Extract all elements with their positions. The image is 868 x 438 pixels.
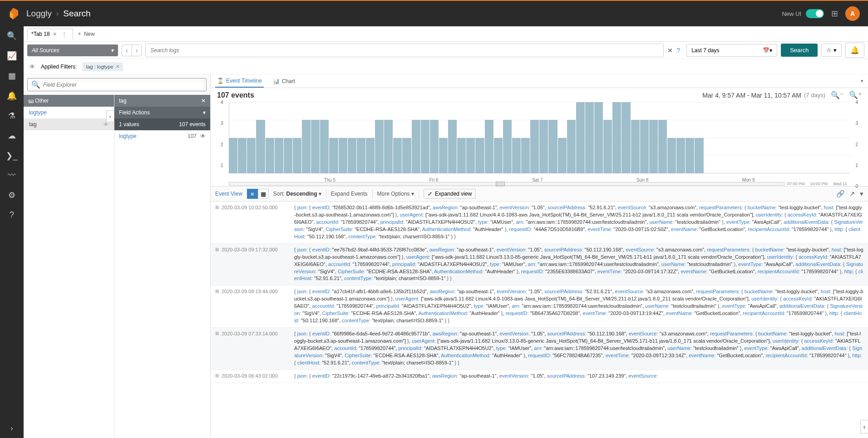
grid-icon[interactable]: ▦ <box>8 71 16 81</box>
remove-filter-icon[interactable]: ✕ <box>116 64 119 69</box>
chart-bar[interactable] <box>667 138 676 174</box>
event-row[interactable]: ⊞2020-03-09 08:19:44.000{ json: { eventI… <box>211 285 868 328</box>
chart-bar[interactable] <box>275 138 283 174</box>
chart-bar[interactable] <box>631 120 640 173</box>
avatar[interactable]: A <box>845 6 860 21</box>
chart-bar[interactable] <box>567 120 576 173</box>
chart-bar[interactable] <box>247 138 256 174</box>
terminal-icon[interactable]: ❯_ <box>6 151 17 161</box>
chart-bar[interactable] <box>320 120 329 173</box>
search-input[interactable] <box>145 44 664 57</box>
field-logtype[interactable]: logtype <box>24 107 114 118</box>
expand-event-icon[interactable]: ⊞ <box>215 204 219 241</box>
chart-bar[interactable] <box>348 138 356 174</box>
source-dropdown[interactable]: All Sources ▾ <box>27 44 118 56</box>
close-icon[interactable]: ✕ <box>53 31 57 37</box>
collapse-left-panel-icon[interactable]: ‹ <box>860 420 868 433</box>
eye-icon[interactable]: 👁 <box>29 63 35 70</box>
search-icon[interactable]: 🔍 <box>7 31 17 41</box>
tab-chart[interactable]: 📊 Chart <box>271 75 297 87</box>
chart-bar[interactable] <box>256 120 265 173</box>
eye-icon[interactable]: 👁 <box>104 122 108 127</box>
alerts-bell-icon[interactable]: 🔔 <box>845 43 864 58</box>
chart-bar[interactable] <box>640 120 649 173</box>
chart-bar[interactable] <box>229 138 237 174</box>
chart-bar[interactable] <box>293 138 301 174</box>
chart-bar[interactable] <box>457 138 466 174</box>
export-icon[interactable]: ↗ <box>849 190 855 198</box>
zoom-out-icon[interactable]: 🔍⁻ <box>831 91 843 99</box>
chart-bar[interactable] <box>302 120 311 173</box>
chart-bar[interactable] <box>594 102 603 173</box>
close-icon[interactable]: ✕ <box>201 98 206 104</box>
sort-dropdown[interactable]: Sort: Descending ▾ <box>273 191 321 197</box>
time-range-picker[interactable]: Last 7 days 📅▾ <box>686 44 777 57</box>
link-icon[interactable]: 🔗 <box>836 190 845 198</box>
alerts-config-icon[interactable]: ⚗ <box>8 111 15 121</box>
expand-event-icon[interactable]: ⊞ <box>215 373 219 380</box>
chart-bar[interactable] <box>238 138 247 174</box>
more-options-dropdown[interactable]: More Options ▾ <box>377 191 414 197</box>
chart-bar[interactable] <box>576 102 585 173</box>
field-explorer-search[interactable]: 🔍 <box>27 78 207 91</box>
chart-bar[interactable] <box>686 138 694 174</box>
settings-icon[interactable]: ⚙ <box>8 190 15 200</box>
chart-bar[interactable] <box>585 102 594 173</box>
tab-18[interactable]: *Tab 18 ✕ ⋮ <box>27 29 73 39</box>
caret-down-icon[interactable]: ▾ <box>860 190 863 198</box>
chart-bar[interactable] <box>366 138 375 174</box>
category-header-other[interactable]: 🖴 Other <box>24 95 114 107</box>
field-tag[interactable]: tag 👁 <box>24 118 114 130</box>
chart-bar[interactable] <box>339 138 347 174</box>
alerts-icon[interactable]: 🔔 <box>7 91 17 101</box>
chart-bar[interactable] <box>384 120 393 173</box>
collapse-panel-icon[interactable]: ‹ <box>106 110 114 122</box>
chart-bar[interactable] <box>402 138 411 174</box>
chart-bar[interactable] <box>311 120 320 173</box>
cloud-icon[interactable]: ☁ <box>8 131 16 141</box>
chart-bar[interactable] <box>612 102 621 173</box>
chart-bar[interactable] <box>558 138 567 174</box>
help-icon[interactable]: ? <box>10 210 14 220</box>
chart-bar[interactable] <box>539 120 548 173</box>
expand-events-button[interactable]: Expand Events <box>331 191 368 197</box>
metrics-icon[interactable]: 〰 <box>8 171 16 180</box>
new-tab-button[interactable]: ＋ New <box>77 30 95 38</box>
expand-event-icon[interactable]: ⊞ <box>215 246 219 283</box>
chart-bar[interactable] <box>284 138 292 174</box>
chart-bar[interactable] <box>421 120 429 173</box>
chart-bar[interactable] <box>512 138 521 174</box>
tab-event-timeline[interactable]: ⌛ Event Timeline <box>215 75 264 88</box>
chart-bar[interactable] <box>329 138 338 174</box>
chart-bar[interactable] <box>466 138 475 174</box>
events-list[interactable]: ⊞2020-03-09 10:02:50.000{ json: { eventI… <box>211 202 868 438</box>
expand-event-icon[interactable]: ⊞ <box>215 288 219 325</box>
chart-bar[interactable] <box>485 120 493 173</box>
favorites-dropdown[interactable]: ☆ ▾ <box>821 44 842 57</box>
brand[interactable]: Loggly <box>26 9 52 19</box>
eye-icon[interactable]: 👁 <box>200 133 206 139</box>
expanded-view-button[interactable]: ⤢ Expanded view <box>424 189 476 199</box>
chart-bar[interactable] <box>357 138 365 174</box>
field-value-row[interactable]: logtype 107 👁 <box>114 130 210 142</box>
chart-bar[interactable] <box>494 138 503 174</box>
chart-bar[interactable] <box>266 138 274 174</box>
chart-bar[interactable] <box>393 138 402 174</box>
chart-bar[interactable] <box>621 102 630 173</box>
chart-bar[interactable] <box>695 138 703 174</box>
grid-view-toggle[interactable]: ▦ <box>258 189 269 199</box>
filter-chip-tag-logtype[interactable]: tag : logtype ✕ <box>82 62 123 71</box>
chart-bar[interactable] <box>439 138 448 174</box>
dashboards-icon[interactable]: 📈 <box>7 51 17 61</box>
event-row[interactable]: ⊞2020-03-09 07:33:14.000{ json: { eventI… <box>211 328 868 370</box>
event-row[interactable]: ⊞2020-03-09 09:17:32.000{ json: { eventI… <box>211 244 868 286</box>
history-back-icon[interactable]: ‹ <box>122 45 132 56</box>
zoom-in-icon[interactable]: 🔍⁺ <box>849 91 862 99</box>
chart-bar[interactable] <box>448 120 457 173</box>
chart-bar[interactable] <box>548 120 557 173</box>
chart-bar[interactable] <box>521 138 530 174</box>
clear-search-icon[interactable]: ✕ <box>667 47 673 54</box>
chart-bar[interactable] <box>530 120 539 173</box>
expand-event-icon[interactable]: ⊞ <box>215 330 219 367</box>
chart-bar[interactable] <box>649 120 658 173</box>
